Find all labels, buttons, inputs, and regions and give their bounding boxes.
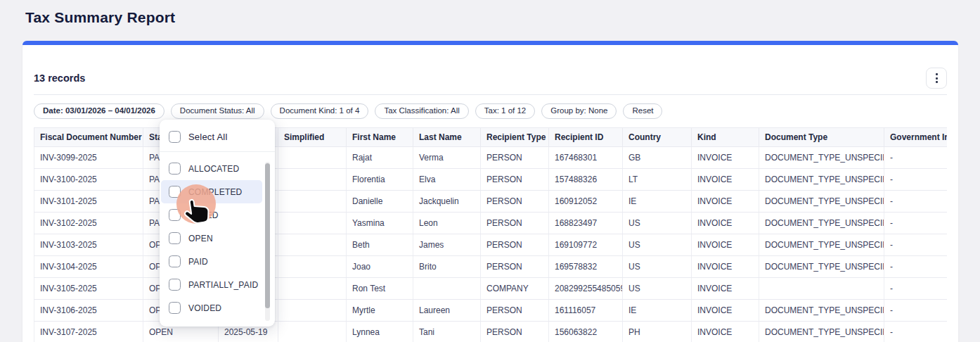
filter-chip-tax-classification[interactable]: Tax Classification: All bbox=[375, 103, 468, 119]
cell-recipient_type: PERSON bbox=[481, 234, 549, 256]
cell-simplified bbox=[278, 169, 347, 191]
cell-document_type: DOCUMENT_TYPE_UNSPECIFIED bbox=[759, 213, 884, 234]
cell-kind: INVOICE bbox=[692, 256, 759, 278]
cell-government_in: - bbox=[884, 213, 948, 234]
column-header-recipient_type: Recipient Type bbox=[481, 128, 549, 147]
cell-last_name bbox=[413, 278, 481, 300]
dropdown-option-partially_paid[interactable]: PARTIALLY_PAID bbox=[160, 273, 262, 296]
cell-last_name: Verma bbox=[413, 147, 481, 169]
filter-chips-row: Date: 03/01/2026 – 04/01/2026Document St… bbox=[34, 103, 662, 119]
cell-government_in: - bbox=[884, 169, 948, 191]
cell-government_in: - bbox=[884, 322, 948, 342]
dropdown-option-open[interactable]: OPEN bbox=[160, 227, 262, 250]
column-header-last_name: Last Name bbox=[413, 128, 481, 147]
cell-government_in: - bbox=[884, 278, 948, 300]
reset-button[interactable]: Reset bbox=[623, 103, 662, 119]
column-header-kind: Kind bbox=[692, 128, 759, 147]
cell-government_in: - bbox=[884, 256, 948, 278]
cell-first_name: Yasmina bbox=[347, 213, 413, 234]
cell-simplified bbox=[278, 147, 347, 169]
cell-recipient_type: PERSON bbox=[481, 169, 549, 191]
records-row: 13 records bbox=[34, 62, 947, 94]
cell-kind: INVOICE bbox=[692, 191, 759, 213]
cell-first_name: Beth bbox=[347, 234, 413, 256]
cell-government_in: - bbox=[884, 234, 948, 256]
column-header-recipient_id: Recipient ID bbox=[549, 128, 623, 147]
checkbox-icon[interactable] bbox=[169, 302, 181, 314]
cell-kind: INVOICE bbox=[692, 300, 759, 322]
cell-recipient_type: PERSON bbox=[481, 191, 549, 213]
dropdown-option-label: VOIDED bbox=[188, 303, 221, 313]
checkbox-icon[interactable] bbox=[169, 131, 181, 143]
cell-last_name: Tani bbox=[413, 322, 481, 342]
cell-recipient_id: 156063822 bbox=[549, 322, 623, 342]
more-options-button[interactable] bbox=[926, 68, 947, 89]
cell-recipient_type: PERSON bbox=[481, 147, 549, 169]
checkbox-icon[interactable] bbox=[169, 232, 181, 244]
dropdown-option-paid[interactable]: PAID bbox=[160, 250, 262, 273]
cell-simplified bbox=[278, 234, 347, 256]
cell-simplified bbox=[278, 256, 347, 278]
kebab-icon bbox=[936, 73, 938, 83]
cell-fdn: INV-3107-2025 bbox=[34, 322, 143, 342]
dropdown-options-list: ALLOCATEDCOMPLETEDFAILEDOPENPAIDPARTIALL… bbox=[160, 152, 275, 319]
checkbox-icon[interactable] bbox=[169, 279, 181, 291]
cell-document_type: DOCUMENT_TYPE_UNSPECIFIED bbox=[759, 300, 884, 322]
cell-fdn: INV-3102-2025 bbox=[34, 213, 143, 234]
dropdown-option-label: PAID bbox=[188, 257, 208, 267]
dropdown-option-label: OPEN bbox=[188, 234, 213, 243]
cell-fdn: INV-3104-2025 bbox=[34, 256, 143, 278]
checkbox-icon[interactable] bbox=[169, 163, 181, 175]
column-header-country: Country bbox=[623, 128, 692, 147]
filter-chip-document-status[interactable]: Document Status: All bbox=[171, 103, 264, 119]
cell-country: US bbox=[623, 256, 692, 278]
cell-country: IE bbox=[623, 191, 692, 213]
accent-bar bbox=[22, 41, 958, 45]
column-header-first_name: First Name bbox=[347, 128, 413, 147]
cell-recipient_id: 160912052 bbox=[549, 191, 623, 213]
cell-kind: INVOICE bbox=[692, 147, 759, 169]
cell-kind: INVOICE bbox=[692, 169, 759, 191]
select-all-label: Select All bbox=[188, 132, 227, 142]
select-all-option[interactable]: Select All bbox=[160, 120, 275, 151]
filter-chip-group-by[interactable]: Group by: None bbox=[541, 103, 617, 119]
filter-chip-document-kind[interactable]: Document Kind: 1 of 4 bbox=[271, 103, 369, 119]
checkbox-icon[interactable] bbox=[169, 255, 181, 267]
cell-fdn: INV-3106-2025 bbox=[34, 300, 143, 322]
cell-last_name: Jackquelin bbox=[413, 191, 481, 213]
filter-chip-tax[interactable]: Tax: 1 of 12 bbox=[475, 103, 535, 119]
cell-country: LT bbox=[623, 169, 692, 191]
cell-kind: INVOICE bbox=[692, 278, 759, 300]
cell-first_name: Rajat bbox=[347, 147, 413, 169]
cell-last_name: Leon bbox=[413, 213, 481, 234]
cell-last_name: Elva bbox=[413, 169, 481, 191]
dropdown-scrollbar-thumb[interactable] bbox=[265, 163, 270, 308]
cell-recipient_id: 161116057 bbox=[549, 300, 623, 322]
cell-simplified bbox=[278, 191, 347, 213]
dropdown-option-allocated[interactable]: ALLOCATED bbox=[160, 157, 262, 180]
cell-government_in: - bbox=[884, 300, 948, 322]
cell-country: PH bbox=[623, 322, 692, 342]
records-count-label: 13 records bbox=[34, 72, 85, 84]
cell-last_name: James bbox=[413, 234, 481, 256]
cell-recipient_type: PERSON bbox=[481, 256, 549, 278]
dropdown-option-voided[interactable]: VOIDED bbox=[160, 296, 262, 319]
cell-recipient_id: 169578832 bbox=[549, 256, 623, 278]
filter-chip-date[interactable]: Date: 03/01/2026 – 04/01/2026 bbox=[34, 103, 165, 119]
cell-recipient_type: PERSON bbox=[481, 213, 549, 234]
cell-fdn: INV-3105-2025 bbox=[34, 278, 143, 300]
cell-fdn: INV-3100-2025 bbox=[34, 169, 143, 191]
cell-country: IE bbox=[623, 300, 692, 322]
cell-simplified bbox=[278, 300, 347, 322]
cell-document_type: DOCUMENT_TYPE_UNSPECIFIED bbox=[759, 191, 884, 213]
cell-document_type: DOCUMENT_TYPE_UNSPECIFIED bbox=[759, 322, 884, 342]
divider bbox=[34, 94, 947, 95]
cell-simplified bbox=[278, 322, 347, 342]
cell-document_type bbox=[759, 278, 884, 300]
cell-country: GB bbox=[623, 147, 692, 169]
column-header-simplified: Simplified bbox=[278, 128, 347, 147]
cell-country: US bbox=[623, 278, 692, 300]
cell-recipient_id: 208299255485059 bbox=[549, 278, 623, 300]
cell-kind: INVOICE bbox=[692, 213, 759, 234]
cell-document_type: DOCUMENT_TYPE_UNSPECIFIED bbox=[759, 147, 884, 169]
